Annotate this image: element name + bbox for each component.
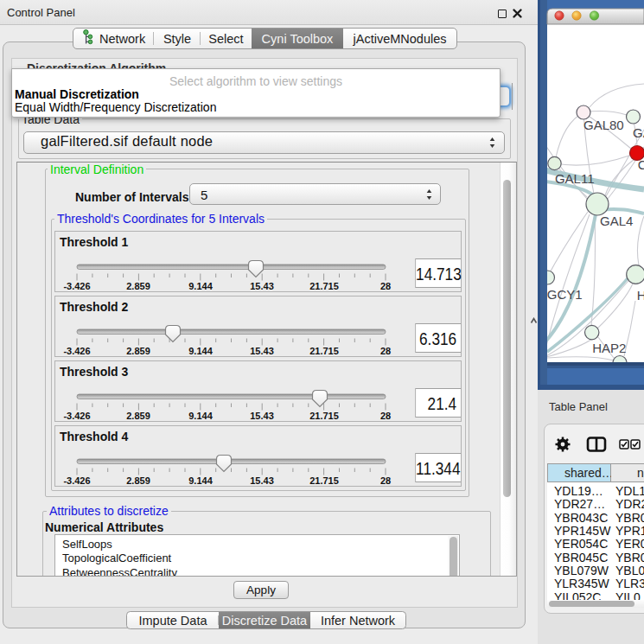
svg-text:GCY1: GCY1 [547, 287, 583, 302]
svg-text:C: C [638, 157, 644, 172]
svg-text:H: H [637, 288, 644, 303]
svg-text:GAL4: GAL4 [600, 214, 633, 228]
svg-text:GAL80: GAL80 [583, 118, 624, 132]
svg-text:HAP2: HAP2 [592, 341, 626, 355]
svg-text:GAL11: GAL11 [555, 171, 595, 186]
svg-text:GA: GA [633, 125, 644, 140]
